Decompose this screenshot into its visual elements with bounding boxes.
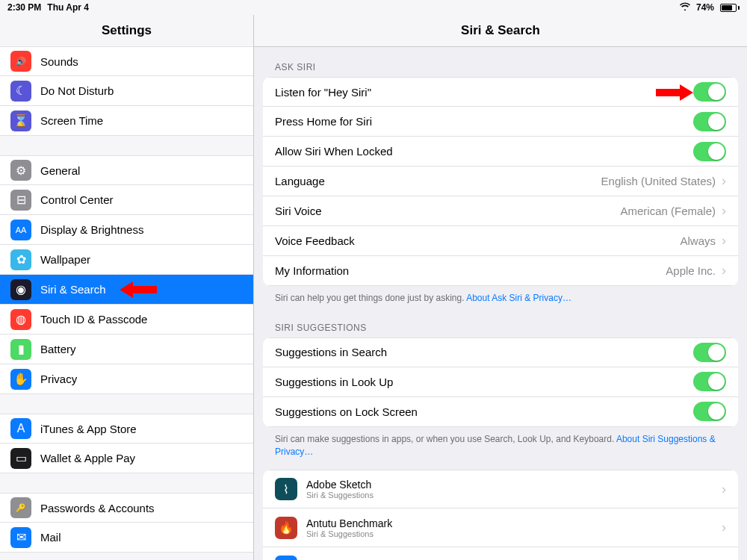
section-header-ask-siri: Ask Siri xyxy=(263,47,738,77)
toggle-suggestions-in-look-up[interactable] xyxy=(693,372,726,391)
sidebar-item-label: iTunes & App Store xyxy=(40,423,243,435)
app-icon: 🔥 xyxy=(275,517,297,539)
chevron-right-icon: › xyxy=(722,263,726,279)
setting-row-siri-voice[interactable]: Siri VoiceAmerican (Female)› xyxy=(263,196,738,226)
sidebar-item-privacy[interactable]: ✋Privacy xyxy=(0,364,253,394)
touchid-icon: ◍ xyxy=(10,309,31,330)
setting-label: Language xyxy=(275,175,601,187)
screentime-icon: ⌛ xyxy=(10,111,31,131)
sidebar-item-siri-search[interactable]: ◉Siri & Search xyxy=(0,275,253,305)
app-subtitle: Siri & Suggestions xyxy=(306,529,722,538)
sidebar-item-label: Battery xyxy=(40,343,243,355)
sidebar-item-label: Screen Time xyxy=(40,114,243,127)
app-icon: A xyxy=(275,556,297,560)
sidebar-item-label: Do Not Disturb xyxy=(40,84,243,97)
battery-percent: 74% xyxy=(696,2,714,13)
app-row-adobe-sketch[interactable]: ⌇Adobe SketchSiri & Suggestions› xyxy=(263,470,738,508)
controlcenter-icon: ⊟ xyxy=(10,190,31,211)
app-subtitle: Siri & Suggestions xyxy=(306,491,722,500)
toggle-allow-siri-when-locked[interactable] xyxy=(693,142,726,161)
toggle-suggestions-on-lock-screen[interactable] xyxy=(693,402,726,421)
status-date: Thu Apr 4 xyxy=(47,2,89,13)
ask-siri-group: Listen for "Hey Siri"Press Home for Siri… xyxy=(263,77,738,286)
display-icon: AA xyxy=(10,220,31,240)
sidebar-item-general[interactable]: ⚙General xyxy=(0,155,253,185)
setting-row-press-home-for-siri[interactable]: Press Home for Siri xyxy=(263,107,738,137)
suggestions-group: Suggestions in SearchSuggestions in Look… xyxy=(263,337,738,427)
sidebar-item-wallpaper[interactable]: ✿Wallpaper xyxy=(0,245,253,275)
setting-row-listen-for-hey-siri-[interactable]: Listen for "Hey Siri" xyxy=(263,77,738,107)
siri-icon: ◉ xyxy=(10,279,31,300)
sidebar-item-wallet-apple-pay[interactable]: ▭Wallet & Apple Pay xyxy=(0,444,253,473)
general-icon: ⚙ xyxy=(10,160,31,181)
suggestions-footer: Siri can make suggestions in apps, or wh… xyxy=(263,427,738,461)
sidebar-item-label: Display & Brightness xyxy=(40,223,243,236)
sidebar-item-screen-time[interactable]: ⌛Screen Time xyxy=(0,106,253,136)
app-row-antutu-benchmark[interactable]: 🔥Antutu BenchmarkSiri & Suggestions› xyxy=(263,508,738,547)
wifi-icon xyxy=(680,2,690,13)
app-row-app-store[interactable]: AApp Store› xyxy=(263,547,738,560)
sidebar-item-itunes-app-store[interactable]: AiTunes & App Store xyxy=(0,414,253,444)
setting-row-suggestions-on-lock-screen[interactable]: Suggestions on Lock Screen xyxy=(263,397,738,427)
sidebar-item-touch-id-passcode[interactable]: ◍Touch ID & Passcode xyxy=(0,305,253,335)
chevron-right-icon: › xyxy=(722,520,726,535)
setting-row-voice-feedback[interactable]: Voice FeedbackAlways› xyxy=(263,226,738,256)
wallet-icon: ▭ xyxy=(10,448,31,469)
mail-icon: ✉ xyxy=(10,527,31,548)
status-bar: 2:30 PM Thu Apr 4 74% xyxy=(0,0,747,15)
sidebar-item-sounds[interactable]: 🔊Sounds xyxy=(0,46,253,76)
wallpaper-icon: ✿ xyxy=(10,249,31,270)
setting-value: Always xyxy=(680,234,716,247)
ask-siri-footer: Siri can help you get things done just b… xyxy=(263,286,738,308)
sidebar-item-do-not-disturb[interactable]: ☾Do Not Disturb xyxy=(0,76,253,106)
setting-label: Voice Feedback xyxy=(275,234,680,247)
sidebar-item-label: Siri & Search xyxy=(40,283,243,296)
chevron-right-icon: › xyxy=(722,203,726,219)
sounds-icon: 🔊 xyxy=(10,51,31,72)
sidebar-item-label: Wallet & Apple Pay xyxy=(40,452,243,464)
passwords-icon: 🔑 xyxy=(10,497,31,518)
setting-row-allow-siri-when-locked[interactable]: Allow Siri When Locked xyxy=(263,137,738,167)
chevron-right-icon: › xyxy=(722,173,726,189)
sidebar-title: Settings xyxy=(0,15,253,46)
setting-label: Allow Siri When Locked xyxy=(275,145,693,158)
sidebar-item-label: General xyxy=(40,164,243,177)
sidebar-item-label: Mail xyxy=(40,531,243,544)
sidebar-item-control-center[interactable]: ⊟Control Center xyxy=(0,185,253,215)
detail-title: Siri & Search xyxy=(254,15,747,47)
sidebar-item-label: Privacy xyxy=(40,373,243,385)
sidebar-item-display-brightness[interactable]: AADisplay & Brightness xyxy=(0,215,253,245)
setting-value: American (Female) xyxy=(620,205,716,217)
setting-row-suggestions-in-search[interactable]: Suggestions in Search xyxy=(263,337,738,367)
app-name: Antutu Benchmark xyxy=(306,517,722,529)
toggle-listen-for-hey-siri-[interactable] xyxy=(693,82,726,102)
setting-value: English (United States) xyxy=(601,175,716,187)
setting-row-language[interactable]: LanguageEnglish (United States)› xyxy=(263,167,738,196)
toggle-suggestions-in-search[interactable] xyxy=(693,343,726,362)
setting-label: Suggestions in Search xyxy=(275,346,693,358)
sidebar-item-passwords-accounts[interactable]: 🔑Passwords & Accounts xyxy=(0,493,253,523)
ask-siri-privacy-link[interactable]: About Ask Siri & Privacy… xyxy=(466,293,571,303)
setting-label: Suggestions on Lock Screen xyxy=(275,405,693,418)
sidebar-item-label: Wallpaper xyxy=(40,253,243,266)
section-header-suggestions: Siri Suggestions xyxy=(263,308,738,337)
sidebar-item-label: Sounds xyxy=(40,55,243,68)
setting-label: Suggestions in Look Up xyxy=(275,376,693,388)
setting-row-my-information[interactable]: My InformationApple Inc.› xyxy=(263,256,738,286)
sidebar-item-mail[interactable]: ✉Mail xyxy=(0,523,253,553)
setting-row-suggestions-in-look-up[interactable]: Suggestions in Look Up xyxy=(263,367,738,397)
sidebar-item-battery[interactable]: ▮Battery xyxy=(0,335,253,364)
detail-pane: Siri & Search Ask Siri Listen for "Hey S… xyxy=(254,15,747,560)
sidebar-item-label: Touch ID & Passcode xyxy=(40,313,243,326)
chevron-right-icon: › xyxy=(722,482,726,497)
setting-label: Siri Voice xyxy=(275,205,620,217)
battery-icon xyxy=(720,4,740,12)
dnd-icon: ☾ xyxy=(10,81,31,102)
sidebar-item-label: Control Center xyxy=(40,193,243,206)
settings-sidebar[interactable]: Settings 🔊Sounds☾Do Not Disturb⌛Screen T… xyxy=(0,15,254,560)
chevron-right-icon: › xyxy=(722,233,726,249)
setting-value: Apple Inc. xyxy=(666,264,716,277)
toggle-press-home-for-siri[interactable] xyxy=(693,112,726,131)
setting-label: Listen for "Hey Siri" xyxy=(275,86,693,99)
sidebar-item-label: Passwords & Accounts xyxy=(40,502,243,514)
